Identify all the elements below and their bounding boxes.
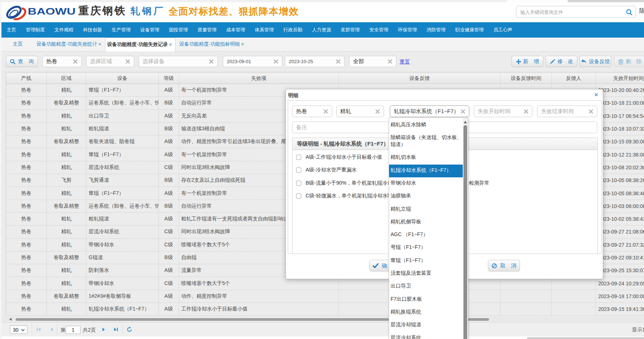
date-to-filter[interactable]: 2023-10-25 [285,56,345,67]
column-header[interactable]: 区域 [47,73,86,84]
column-header[interactable]: 失效开始时间 [596,73,644,84]
dropdown-scrollbar-thumb[interactable] [463,125,467,339]
query-button[interactable]: 查 询 [6,56,38,67]
dropdown-item[interactable]: 层流冷却系统 [389,332,463,339]
dropdown-item[interactable]: 带钢冷却水 [389,177,463,190]
checkbox[interactable] [296,181,301,186]
tab-close-icon[interactable]: × [169,42,172,47]
page-size-select[interactable]: 30 [10,325,27,334]
modal-area-combo[interactable]: 精轧 [336,105,384,117]
tab-close-icon[interactable]: × [98,42,101,47]
nav-item[interactable]: 文件规程 [50,27,78,33]
add-button[interactable]: 新 增 [512,56,543,67]
area-filter[interactable]: 选择区域 [86,56,134,67]
nav-item[interactable]: 职业健康管理 [450,27,489,33]
nav-item[interactable]: 消防管理 [422,27,451,33]
dropdown-item[interactable]: 精轧换辊系统 [389,306,463,319]
column-header[interactable]: 失效项 [179,73,339,84]
tab[interactable]: 设备功能精度-功能失效记录 × [105,38,176,52]
column-header[interactable]: 等级 [159,73,179,84]
nav-item[interactable]: 安全管理 [365,27,393,33]
modal-close-icon[interactable]: × [594,92,598,98]
clear-icon[interactable] [589,109,593,114]
modal-line-combo[interactable]: 热卷 [292,105,332,117]
nav-item[interactable]: 员工心声 [489,27,517,33]
modal-device-combo[interactable]: 轧辊冷却水系统（F1~F7） [390,105,469,117]
nav-item[interactable]: 体系管理 [250,27,279,33]
dropdown-item[interactable]: 油膜轴承 [389,190,463,203]
table-row[interactable]: 热卷 卷取及精整 1#2#3#卷取侧导板 A级 动作、精度控制异常 2023-0… [6,290,644,303]
nav-item[interactable]: 环保管理 [393,27,422,33]
tab-close-icon[interactable]: × [241,42,244,47]
table-row[interactable]: 热卷 精轧 轧辊冷却水系统（F1~F7） A级 工作辊冷却水小于目标最小值 20… [6,303,644,316]
modal-end-time-combo[interactable]: 失效结束时间 [537,105,597,117]
nav-item[interactable]: 质量管理 [193,27,222,33]
dropdown-item[interactable]: 弯辊（F1~F7） [389,242,463,255]
dropdown-scrollbar[interactable] [463,118,468,339]
tab[interactable]: 设备功能精度-功能失效统计 × [33,38,104,51]
nav-item[interactable]: 生产管理 [107,27,136,33]
search-icon[interactable] [626,9,633,16]
dropdown-item[interactable]: AGC （F1~F7） [389,229,463,242]
cancel-button[interactable]: 取 消 [488,260,520,271]
nav-item[interactable]: 设备管理 [136,27,164,33]
clear-icon[interactable] [461,109,465,114]
dropdown-item[interactable]: 层流冷却辊道 [389,319,463,332]
clear-icon[interactable] [388,59,392,64]
scroll-up-icon[interactable] [464,121,467,123]
line-filter[interactable]: 热卷 [42,56,82,67]
column-header[interactable]: 设备反馈 [339,73,501,84]
page-number-input[interactable]: 1 [66,326,81,334]
clear-icon[interactable] [375,109,380,114]
dropdown-item[interactable]: F7出口胶木板 [389,293,463,306]
clear-icon[interactable] [524,109,528,114]
delete-button[interactable]: 删 除 [614,56,644,67]
tab[interactable]: 主页 [9,38,25,51]
dropdown-item[interactable]: 出口导卫 [389,281,463,293]
tab[interactable]: 设备功能精度-功能指标明细 × [176,38,247,51]
edit-button[interactable]: 修 改 [546,56,577,67]
clear-icon[interactable] [273,59,278,64]
device-filter[interactable]: 选择设备 [139,56,218,67]
nav-item[interactable]: 主页 [2,27,21,33]
dropdown-item[interactable]: 精轧机侧导板 [389,216,463,229]
refresh-button[interactable] [125,325,133,334]
user-name[interactable]: 陈 [639,7,644,15]
clear-icon[interactable] [336,59,341,64]
nav-item[interactable]: 行政后勤 [279,27,307,33]
device-feedback-button[interactable]: 设备反馈 [579,56,611,67]
nav-item[interactable]: 成本管理 [221,27,250,33]
first-page-button[interactable] [35,325,43,334]
dropdown-item[interactable]: 精轧立辊 [389,203,463,216]
search-input[interactable]: 输入关键词查询文件 [516,6,636,18]
next-page-button[interactable] [100,325,108,334]
dropdown-item[interactable]: 精轧高压水除鳞 [389,119,463,132]
modal-start-time-combo[interactable]: 失效开始时间 [474,105,532,117]
nav-item[interactable]: 党群管理 [336,27,365,33]
nav-item[interactable]: 人力资源 [307,27,336,33]
dropdown-item[interactable]: 窜辊（F1~F7） [389,255,463,267]
dropdown-item[interactable]: 精轧切水板 [389,152,463,165]
clear-icon[interactable] [73,59,78,64]
dropdown-item[interactable]: 轧辊冷却水系统（F1~F7） [389,165,463,177]
date-from-filter[interactable]: 2023-09-01 [223,56,282,67]
status-filter[interactable]: 全部 [349,56,396,67]
horizontal-scrollbar[interactable] [1,316,644,322]
clear-icon[interactable] [125,59,130,64]
column-header[interactable]: 设备 [86,73,159,84]
column-header[interactable]: 设备反馈时间 [501,73,552,84]
checkbox[interactable] [296,155,301,160]
reset-link[interactable]: 重置 [400,59,410,65]
column-header[interactable]: 产线 [6,73,47,84]
nav-item[interactable]: 固投管理 [164,27,193,33]
clear-icon[interactable] [323,109,328,114]
dropdown-item[interactable]: 活套辊及活套装置 [389,267,463,280]
checkbox[interactable] [296,193,301,199]
dropdown-item[interactable]: 除鳞箱设备（夹送辊、切水板、辊道） [389,132,463,151]
checkbox[interactable] [296,167,301,173]
column-header[interactable]: 反馈人 [552,73,596,84]
nav-item[interactable]: 科技创新 [78,27,107,33]
scroll-left-icon[interactable] [9,318,12,321]
clear-icon[interactable] [209,59,214,64]
last-page-button[interactable] [112,325,120,334]
